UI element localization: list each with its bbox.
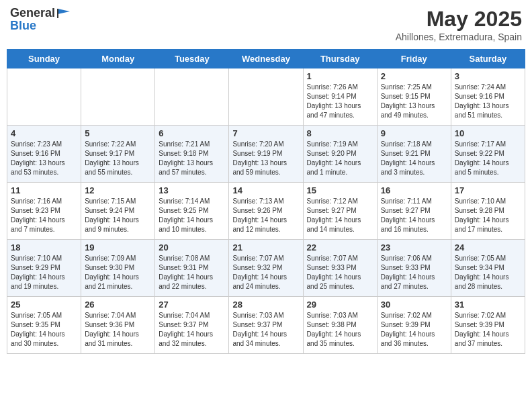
- day-info: Sunrise: 7:20 AM Sunset: 9:19 PM Dayligh…: [232, 140, 299, 177]
- calendar-cell-w2-d6: 9Sunrise: 7:18 AM Sunset: 9:21 PM Daylig…: [377, 126, 451, 183]
- day-info: Sunrise: 7:10 AM Sunset: 9:28 PM Dayligh…: [455, 197, 521, 234]
- day-number: 13: [159, 185, 225, 195]
- day-number: 30: [381, 300, 447, 310]
- day-info: Sunrise: 7:23 AM Sunset: 9:16 PM Dayligh…: [11, 140, 77, 177]
- logo-text: General Blue: [10, 7, 71, 33]
- calendar-cell-w4-d4: 21Sunrise: 7:07 AM Sunset: 9:32 PM Dayli…: [229, 240, 303, 297]
- calendar-cell-w2-d3: 6Sunrise: 7:21 AM Sunset: 9:18 PM Daylig…: [155, 126, 229, 183]
- day-info: Sunrise: 7:15 AM Sunset: 9:24 PM Dayligh…: [85, 197, 151, 234]
- day-number: 10: [455, 128, 521, 138]
- header-thursday: Thursday: [303, 50, 377, 68]
- day-number: 1: [307, 71, 373, 81]
- day-number: 9: [381, 128, 447, 138]
- calendar-cell-w1-d7: 3Sunrise: 7:24 AM Sunset: 9:16 PM Daylig…: [451, 68, 525, 126]
- day-number: 17: [455, 185, 521, 195]
- day-info: Sunrise: 7:14 AM Sunset: 9:25 PM Dayligh…: [159, 197, 225, 234]
- calendar-cell-w4-d5: 22Sunrise: 7:07 AM Sunset: 9:33 PM Dayli…: [303, 240, 377, 297]
- day-number: 27: [159, 300, 225, 310]
- calendar-cell-w2-d7: 10Sunrise: 7:17 AM Sunset: 9:22 PM Dayli…: [451, 126, 525, 183]
- header-friday: Friday: [377, 50, 451, 68]
- day-number: 5: [85, 128, 151, 138]
- svg-marker-0: [58, 9, 70, 14]
- calendar-cell-w5-d7: 31Sunrise: 7:02 AM Sunset: 9:39 PM Dayli…: [451, 297, 525, 354]
- day-info: Sunrise: 7:11 AM Sunset: 9:27 PM Dayligh…: [381, 197, 447, 234]
- day-info: Sunrise: 7:03 AM Sunset: 9:38 PM Dayligh…: [307, 311, 373, 349]
- day-info: Sunrise: 7:03 AM Sunset: 9:37 PM Dayligh…: [232, 311, 299, 349]
- day-number: 26: [85, 300, 151, 310]
- day-number: 19: [85, 242, 151, 253]
- calendar-week-1: 1Sunrise: 7:26 AM Sunset: 9:14 PM Daylig…: [7, 68, 525, 126]
- calendar-cell-w5-d6: 30Sunrise: 7:02 AM Sunset: 9:39 PM Dayli…: [377, 297, 451, 354]
- day-info: Sunrise: 7:07 AM Sunset: 9:32 PM Dayligh…: [232, 254, 299, 291]
- calendar-cell-w1-d6: 2Sunrise: 7:25 AM Sunset: 9:15 PM Daylig…: [377, 68, 451, 126]
- calendar-cell-w3-d6: 16Sunrise: 7:11 AM Sunset: 9:27 PM Dayli…: [377, 183, 451, 240]
- day-info: Sunrise: 7:07 AM Sunset: 9:33 PM Dayligh…: [307, 254, 373, 291]
- day-number: 16: [381, 185, 447, 195]
- day-info: Sunrise: 7:04 AM Sunset: 9:36 PM Dayligh…: [85, 311, 151, 349]
- day-number: 31: [455, 300, 521, 310]
- calendar-cell-w4-d2: 19Sunrise: 7:09 AM Sunset: 9:30 PM Dayli…: [81, 240, 155, 297]
- day-info: Sunrise: 7:24 AM Sunset: 9:16 PM Dayligh…: [455, 83, 521, 120]
- calendar-cell-w3-d7: 17Sunrise: 7:10 AM Sunset: 9:28 PM Dayli…: [451, 183, 525, 240]
- calendar-cell-w1-d5: 1Sunrise: 7:26 AM Sunset: 9:14 PM Daylig…: [303, 68, 377, 126]
- day-number: 12: [85, 185, 151, 195]
- calendar-week-2: 4Sunrise: 7:23 AM Sunset: 9:16 PM Daylig…: [7, 126, 525, 183]
- day-number: 18: [11, 242, 77, 253]
- calendar-cell-w1-d2: [81, 68, 155, 126]
- day-info: Sunrise: 7:18 AM Sunset: 9:21 PM Dayligh…: [381, 140, 447, 177]
- calendar-week-4: 18Sunrise: 7:10 AM Sunset: 9:29 PM Dayli…: [7, 240, 525, 297]
- day-number: 21: [232, 242, 299, 253]
- calendar-cell-w5-d1: 25Sunrise: 7:05 AM Sunset: 9:35 PM Dayli…: [7, 297, 81, 354]
- calendar-cell-w5-d2: 26Sunrise: 7:04 AM Sunset: 9:36 PM Dayli…: [81, 297, 155, 354]
- day-info: Sunrise: 7:05 AM Sunset: 9:35 PM Dayligh…: [11, 311, 77, 349]
- header-wednesday: Wednesday: [229, 50, 303, 68]
- day-info: Sunrise: 7:10 AM Sunset: 9:29 PM Dayligh…: [11, 254, 77, 291]
- calendar-cell-w1-d4: [229, 68, 303, 126]
- day-info: Sunrise: 7:17 AM Sunset: 9:22 PM Dayligh…: [455, 140, 521, 177]
- header-tuesday: Tuesday: [155, 50, 229, 68]
- day-number: 25: [11, 300, 77, 310]
- calendar-cell-w3-d2: 12Sunrise: 7:15 AM Sunset: 9:24 PM Dayli…: [81, 183, 155, 240]
- day-number: 7: [232, 128, 299, 138]
- calendar-cell-w5-d4: 28Sunrise: 7:03 AM Sunset: 9:37 PM Dayli…: [229, 297, 303, 354]
- calendar-cell-w4-d3: 20Sunrise: 7:08 AM Sunset: 9:31 PM Dayli…: [155, 240, 229, 297]
- day-number: 6: [159, 128, 225, 138]
- calendar-cell-w4-d7: 24Sunrise: 7:05 AM Sunset: 9:34 PM Dayli…: [451, 240, 525, 297]
- day-info: Sunrise: 7:12 AM Sunset: 9:27 PM Dayligh…: [307, 197, 373, 234]
- calendar-cell-w3-d5: 15Sunrise: 7:12 AM Sunset: 9:27 PM Dayli…: [303, 183, 377, 240]
- calendar-cell-w3-d3: 13Sunrise: 7:14 AM Sunset: 9:25 PM Dayli…: [155, 183, 229, 240]
- day-number: 24: [455, 242, 521, 253]
- header-sunday: Sunday: [7, 50, 81, 68]
- day-info: Sunrise: 7:04 AM Sunset: 9:37 PM Dayligh…: [159, 311, 225, 349]
- calendar-cell-w5-d5: 29Sunrise: 7:03 AM Sunset: 9:38 PM Dayli…: [303, 297, 377, 354]
- day-info: Sunrise: 7:16 AM Sunset: 9:23 PM Dayligh…: [11, 197, 77, 234]
- day-number: 4: [11, 128, 77, 138]
- title-area: May 2025 Ahillones, Extremadura, Spain: [396, 7, 522, 42]
- day-number: 3: [455, 71, 521, 81]
- calendar-cell-w2-d4: 7Sunrise: 7:20 AM Sunset: 9:19 PM Daylig…: [229, 126, 303, 183]
- day-info: Sunrise: 7:13 AM Sunset: 9:26 PM Dayligh…: [232, 197, 299, 234]
- calendar-cell-w2-d5: 8Sunrise: 7:19 AM Sunset: 9:20 PM Daylig…: [303, 126, 377, 183]
- calendar-cell-w3-d1: 11Sunrise: 7:16 AM Sunset: 9:23 PM Dayli…: [7, 183, 81, 240]
- calendar-week-5: 25Sunrise: 7:05 AM Sunset: 9:35 PM Dayli…: [7, 297, 525, 354]
- day-info: Sunrise: 7:08 AM Sunset: 9:31 PM Dayligh…: [159, 254, 225, 291]
- day-info: Sunrise: 7:25 AM Sunset: 9:15 PM Dayligh…: [381, 83, 447, 120]
- day-number: 23: [381, 242, 447, 253]
- day-number: 22: [307, 242, 373, 253]
- header-saturday: Saturday: [451, 50, 525, 68]
- day-number: 28: [232, 300, 299, 310]
- day-number: 15: [307, 185, 373, 195]
- day-number: 8: [307, 128, 373, 138]
- header-monday: Monday: [81, 50, 155, 68]
- day-info: Sunrise: 7:09 AM Sunset: 9:30 PM Dayligh…: [85, 254, 151, 291]
- day-info: Sunrise: 7:06 AM Sunset: 9:33 PM Dayligh…: [381, 254, 447, 291]
- page-header: General Blue May 2025 Ahillones, Extrema…: [7, 7, 525, 42]
- calendar-subtitle: Ahillones, Extremadura, Spain: [396, 32, 522, 42]
- calendar-cell-w1-d3: [155, 68, 229, 126]
- day-number: 11: [11, 185, 77, 195]
- day-info: Sunrise: 7:05 AM Sunset: 9:34 PM Dayligh…: [455, 254, 521, 291]
- calendar-cell-w5-d3: 27Sunrise: 7:04 AM Sunset: 9:37 PM Dayli…: [155, 297, 229, 354]
- logo-general: General: [10, 7, 55, 20]
- calendar-week-3: 11Sunrise: 7:16 AM Sunset: 9:23 PM Dayli…: [7, 183, 525, 240]
- logo-flag-icon: [56, 7, 71, 19]
